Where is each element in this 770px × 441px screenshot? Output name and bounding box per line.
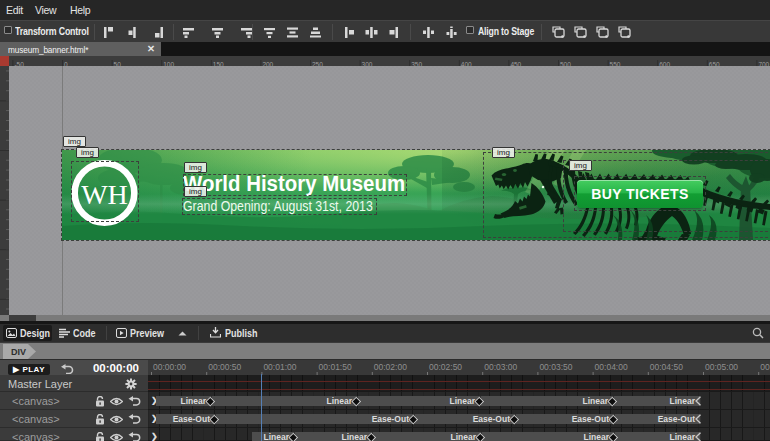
svg-text:00:02:00: 00:02:00 [374,362,407,372]
svg-text:00:03:00: 00:03:00 [484,362,517,372]
svg-text:00:00:50: 00:00:50 [208,362,241,372]
svg-text:00:01:00: 00:01:00 [263,362,296,372]
svg-text:00:03:50: 00:03:50 [539,362,572,372]
svg-text:00:05:50: 00:05:50 [760,362,770,372]
svg-text:00:04:50: 00:04:50 [650,362,683,372]
svg-text:00:02:50: 00:02:50 [429,362,462,372]
svg-text:00:00:00: 00:00:00 [153,362,186,372]
svg-text:00:01:50: 00:01:50 [319,362,352,372]
svg-text:DIV: DIV [11,347,26,357]
svg-text:WH: WH [81,179,128,210]
svg-text:00:05:00: 00:05:00 [705,362,738,372]
svg-text:00:04:00: 00:04:00 [595,362,628,372]
